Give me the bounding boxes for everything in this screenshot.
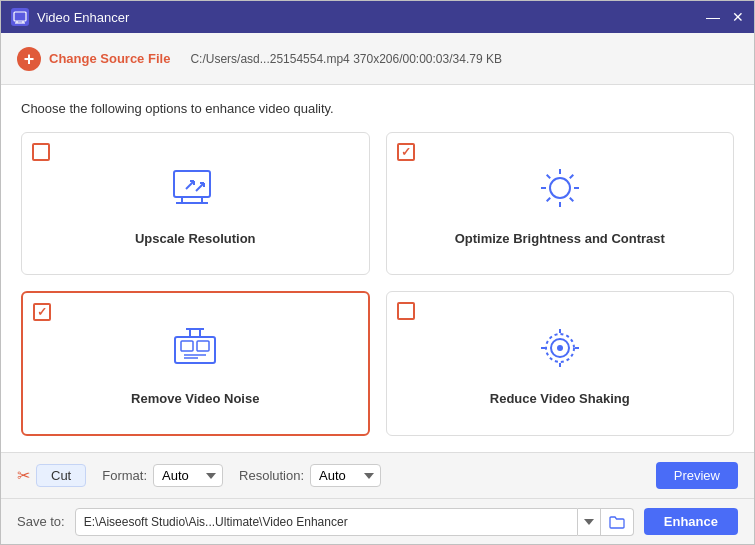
- minimize-button[interactable]: —: [706, 10, 720, 24]
- resolution-group: Resolution: Auto 720p 1080p 4K: [239, 464, 381, 487]
- format-dropdown[interactable]: Auto MP4 AVI MOV: [153, 464, 223, 487]
- enhance-button[interactable]: Enhance: [644, 508, 738, 535]
- options-grid: Upscale Resolution: [21, 132, 734, 436]
- save-to-label: Save to:: [17, 514, 65, 529]
- close-button[interactable]: ✕: [732, 10, 744, 24]
- upscale-label: Upscale Resolution: [135, 231, 256, 246]
- shaking-label: Reduce Video Shaking: [490, 391, 630, 406]
- format-label: Format:: [102, 468, 147, 483]
- bottom-toolbar: ✂ Cut Format: Auto MP4 AVI MOV Resolutio…: [1, 452, 754, 498]
- svg-line-19: [546, 175, 550, 179]
- shaking-icon: [533, 321, 587, 379]
- checkbox-shaking[interactable]: [397, 302, 415, 320]
- cut-section: ✂ Cut: [17, 464, 86, 487]
- svg-rect-0: [14, 12, 26, 21]
- option-brightness[interactable]: Optimize Brightness and Contrast: [386, 132, 735, 275]
- cut-button[interactable]: Cut: [36, 464, 86, 487]
- instruction-text: Choose the following options to enhance …: [21, 101, 734, 116]
- add-icon: +: [17, 47, 41, 71]
- save-path-box: [75, 508, 634, 536]
- checkbox-noise[interactable]: [33, 303, 51, 321]
- format-group: Format: Auto MP4 AVI MOV: [102, 464, 223, 487]
- resolution-dropdown[interactable]: Auto 720p 1080p 4K: [310, 464, 381, 487]
- app-title: Video Enhancer: [37, 10, 129, 25]
- option-upscale[interactable]: Upscale Resolution: [21, 132, 370, 275]
- checkbox-upscale[interactable]: [32, 143, 50, 161]
- preview-button[interactable]: Preview: [656, 462, 738, 489]
- noise-icon: [168, 321, 222, 379]
- svg-point-33: [557, 345, 563, 351]
- title-bar-left: Video Enhancer: [11, 8, 129, 26]
- file-info: C:/Users/asd...25154554.mp4 370x206/00:0…: [190, 52, 502, 66]
- title-bar: Video Enhancer — ✕: [1, 1, 754, 33]
- save-path-dropdown-button[interactable]: [578, 508, 601, 536]
- scissors-icon: ✂: [17, 466, 30, 485]
- app-icon: [11, 8, 29, 26]
- save-bar: Save to: Enhance: [1, 498, 754, 544]
- svg-rect-25: [197, 341, 209, 351]
- svg-line-20: [570, 198, 574, 202]
- svg-point-14: [550, 178, 570, 198]
- svg-line-8: [186, 181, 194, 189]
- main-content: Choose the following options to enhance …: [1, 85, 754, 452]
- title-bar-controls: — ✕: [706, 10, 744, 24]
- save-path-input[interactable]: [75, 508, 578, 536]
- svg-rect-24: [181, 341, 193, 351]
- option-shaking[interactable]: Reduce Video Shaking: [386, 291, 735, 436]
- resolution-label: Resolution:: [239, 468, 304, 483]
- brightness-icon: [533, 161, 587, 219]
- checkbox-brightness[interactable]: [397, 143, 415, 161]
- brightness-label: Optimize Brightness and Contrast: [455, 231, 665, 246]
- noise-label: Remove Video Noise: [131, 391, 259, 406]
- upscale-icon: [168, 161, 222, 219]
- svg-line-22: [546, 198, 550, 202]
- svg-line-21: [570, 175, 574, 179]
- save-folder-button[interactable]: [601, 508, 634, 536]
- option-noise[interactable]: Remove Video Noise: [21, 291, 370, 436]
- change-source-label: Change Source File: [49, 51, 170, 66]
- main-window: Video Enhancer — ✕ + Change Source File …: [0, 0, 755, 545]
- svg-line-11: [196, 183, 204, 191]
- toolbar: + Change Source File C:/Users/asd...2515…: [1, 33, 754, 85]
- change-source-button[interactable]: + Change Source File: [17, 47, 170, 71]
